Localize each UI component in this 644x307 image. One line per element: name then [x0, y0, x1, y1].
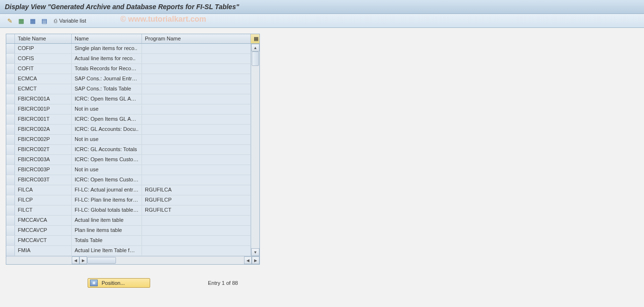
hscroll-left-button[interactable]: ◀: [72, 256, 79, 264]
cell-name[interactable]: Not in use: [72, 104, 142, 114]
scroll-thumb[interactable]: [252, 51, 259, 66]
cell-name[interactable]: SAP Cons.: Journal Entry…: [72, 74, 142, 84]
cell-table-name[interactable]: FBICRC001P: [15, 104, 72, 114]
col-selector[interactable]: [6, 34, 15, 43]
cell-program-name[interactable]: [142, 175, 251, 185]
cell-table-name[interactable]: FBICRC003P: [15, 165, 72, 175]
cell-program-name[interactable]: [142, 64, 251, 74]
cell-table-name[interactable]: ECMCT: [15, 84, 72, 94]
cell-name[interactable]: ICRC: Open Items Custo…: [72, 175, 142, 185]
cell-name[interactable]: ICRC: GL Accounts: Docu..: [72, 125, 142, 134]
cell-program-name[interactable]: [142, 104, 251, 114]
row-selector[interactable]: [6, 175, 15, 185]
cell-program-name[interactable]: [142, 145, 251, 154]
configure-columns-button[interactable]: ▦: [251, 34, 259, 43]
vertical-scrollbar[interactable]: ▲ ▼: [251, 44, 259, 256]
cell-name[interactable]: Totals Records for Recon…: [72, 64, 142, 74]
row-selector[interactable]: [6, 155, 15, 165]
cell-program-name[interactable]: [142, 236, 251, 245]
col-program-name[interactable]: Program Name: [142, 34, 251, 43]
cell-name[interactable]: Totals Table: [72, 236, 142, 245]
cell-name[interactable]: Not in use: [72, 165, 142, 175]
cell-table-name[interactable]: FMCCAVCA: [15, 216, 72, 225]
row-selector[interactable]: [6, 64, 15, 74]
hscroll-thumb[interactable]: [87, 257, 116, 264]
row-selector[interactable]: [6, 125, 15, 134]
cell-name[interactable]: ICRC: Open Items Custo…: [72, 155, 142, 165]
row-selector[interactable]: [6, 195, 15, 205]
cell-program-name[interactable]: [142, 165, 251, 175]
cell-table-name[interactable]: FILCP: [15, 195, 72, 205]
hscroll-track[interactable]: [87, 256, 155, 264]
cell-program-name[interactable]: [142, 125, 251, 134]
cell-name[interactable]: Single plan items for reco..: [72, 44, 142, 53]
cell-table-name[interactable]: COFIT: [15, 64, 72, 74]
cell-table-name[interactable]: FBICRC003T: [15, 175, 72, 185]
cell-name[interactable]: SAP Cons.: Totals Table: [72, 84, 142, 94]
cell-program-name[interactable]: [142, 94, 251, 104]
row-selector[interactable]: [6, 145, 15, 154]
select-block-button[interactable]: [39, 16, 49, 26]
cell-program-name[interactable]: [142, 84, 251, 94]
cell-program-name[interactable]: [142, 44, 251, 53]
cell-name[interactable]: Plan line items table: [72, 226, 142, 235]
cell-table-name[interactable]: FMCCAVCT: [15, 236, 72, 245]
row-selector[interactable]: [6, 246, 15, 256]
row-selector[interactable]: [6, 84, 15, 94]
cell-table-name[interactable]: FILCA: [15, 185, 72, 195]
variable-list-button[interactable]: Variable list: [54, 18, 86, 24]
scroll-track[interactable]: [251, 51, 259, 248]
row-selector[interactable]: [6, 236, 15, 245]
horizontal-scrollbar[interactable]: ◀ ▶ ◀ ▶: [6, 256, 259, 264]
change-mode-button[interactable]: [5, 16, 14, 26]
row-selector[interactable]: [6, 74, 15, 84]
cell-table-name[interactable]: FBICRC003A: [15, 155, 72, 165]
cell-table-name[interactable]: FBICRC001T: [15, 115, 72, 124]
cell-table-name[interactable]: COFIP: [15, 44, 72, 53]
cell-name[interactable]: ICRC: Open Items GL Ac…: [72, 115, 142, 124]
cell-name[interactable]: ICRC: GL Accounts: Totals: [72, 145, 142, 154]
cell-program-name[interactable]: [142, 155, 251, 165]
cell-name[interactable]: Actual line item table: [72, 216, 142, 225]
cell-table-name[interactable]: FBICRC001A: [15, 94, 72, 104]
cell-name[interactable]: ICRC: Open Items GL Ac…: [72, 94, 142, 104]
cell-table-name[interactable]: FMCCAVCP: [15, 226, 72, 235]
row-selector[interactable]: [6, 185, 15, 195]
row-selector[interactable]: [6, 44, 15, 53]
cell-table-name[interactable]: FBICRC002P: [15, 135, 72, 144]
row-selector[interactable]: [6, 94, 15, 104]
deselect-all-button[interactable]: [28, 16, 38, 26]
scroll-down-button[interactable]: ▼: [251, 248, 259, 256]
position-button[interactable]: ▦ Position...: [88, 278, 150, 288]
cell-program-name[interactable]: [142, 246, 251, 256]
col-name[interactable]: Name: [72, 34, 142, 43]
cell-program-name[interactable]: RGUFILCT: [142, 205, 251, 215]
cell-name[interactable]: Actual line items for reco..: [72, 54, 142, 64]
cell-table-name[interactable]: FILCT: [15, 205, 72, 215]
cell-table-name[interactable]: COFIS: [15, 54, 72, 64]
hscroll-right-button[interactable]: ▶: [79, 256, 87, 264]
row-selector[interactable]: [6, 104, 15, 114]
scroll-up-button[interactable]: ▲: [251, 44, 259, 51]
hscroll-right2-button[interactable]: ▶: [252, 256, 259, 264]
cell-program-name[interactable]: [142, 74, 251, 84]
row-selector[interactable]: [6, 135, 15, 144]
cell-name[interactable]: FI-LC: Global totals table …: [72, 205, 142, 215]
col-table-name[interactable]: Table Name: [15, 34, 72, 43]
cell-table-name[interactable]: FMIA: [15, 246, 72, 256]
row-selector[interactable]: [6, 165, 15, 175]
row-selector[interactable]: [6, 115, 15, 124]
select-all-button[interactable]: [16, 16, 26, 26]
cell-program-name[interactable]: RGUFILCP: [142, 195, 251, 205]
cell-table-name[interactable]: FBICRC002T: [15, 145, 72, 154]
row-selector[interactable]: [6, 205, 15, 215]
cell-name[interactable]: Actual Line Item Table f…: [72, 246, 142, 256]
cell-table-name[interactable]: ECMCA: [15, 74, 72, 84]
row-selector[interactable]: [6, 216, 15, 225]
cell-program-name[interactable]: [142, 115, 251, 124]
cell-program-name[interactable]: [142, 54, 251, 64]
cell-program-name[interactable]: RGUFILCA: [142, 185, 251, 195]
cell-program-name[interactable]: [142, 216, 251, 225]
hscroll-left2-button[interactable]: ◀: [244, 256, 252, 264]
cell-table-name[interactable]: FBICRC002A: [15, 125, 72, 134]
